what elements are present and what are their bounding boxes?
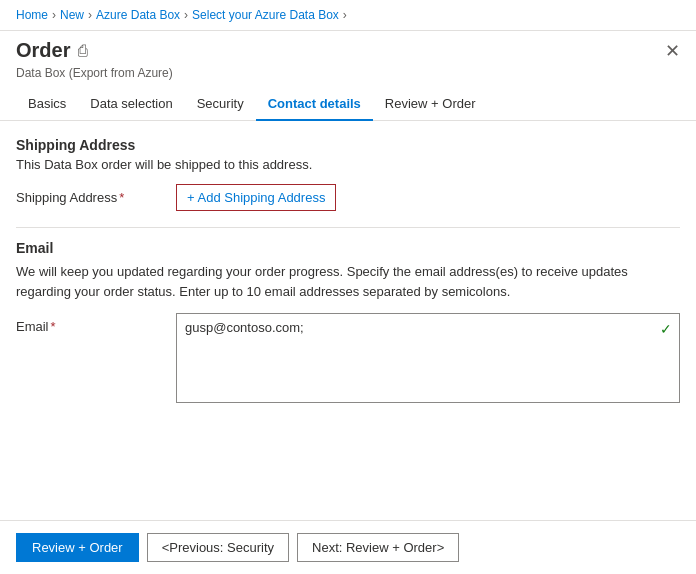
- footer: Review + Order <Previous: Security Next:…: [0, 520, 696, 574]
- email-heading: Email: [16, 240, 680, 256]
- header: Order ⎙ ✕: [0, 31, 696, 66]
- email-required-indicator: *: [51, 319, 56, 334]
- required-indicator: *: [119, 190, 124, 205]
- close-button[interactable]: ✕: [665, 40, 680, 62]
- tab-contact-details[interactable]: Contact details: [256, 88, 373, 121]
- tab-security[interactable]: Security: [185, 88, 256, 121]
- shipping-address-label: Shipping Address*: [16, 184, 176, 205]
- print-icon[interactable]: ⎙: [78, 42, 88, 60]
- tab-basics[interactable]: Basics: [16, 88, 78, 121]
- review-order-button[interactable]: Review + Order: [16, 533, 139, 562]
- page-subtitle: Data Box (Export from Azure): [0, 66, 696, 88]
- tab-data-selection[interactable]: Data selection: [78, 88, 184, 121]
- shipping-address-row: Shipping Address* + Add Shipping Address: [16, 184, 680, 211]
- shipping-address-control: + Add Shipping Address: [176, 184, 680, 211]
- shipping-heading: Shipping Address: [16, 137, 680, 153]
- section-divider: [16, 227, 680, 228]
- add-shipping-address-button[interactable]: + Add Shipping Address: [176, 184, 336, 211]
- email-control: ✓: [176, 313, 680, 406]
- tab-review-order[interactable]: Review + Order: [373, 88, 488, 121]
- breadcrumb-azure-data-box[interactable]: Azure Data Box: [96, 8, 180, 22]
- email-label: Email*: [16, 313, 176, 334]
- next-button[interactable]: Next: Review + Order>: [297, 533, 459, 562]
- breadcrumb-new[interactable]: New: [60, 8, 84, 22]
- page-title: Order: [16, 39, 70, 62]
- email-valid-icon: ✓: [660, 321, 672, 337]
- tabs-bar: Basics Data selection Security Contact d…: [0, 88, 696, 121]
- previous-button[interactable]: <Previous: Security: [147, 533, 289, 562]
- email-input-wrapper: ✓: [176, 313, 680, 406]
- breadcrumb: Home › New › Azure Data Box › Select you…: [0, 0, 696, 31]
- email-description: We will keep you updated regarding your …: [16, 262, 680, 301]
- email-row: Email* ✓: [16, 313, 680, 406]
- shipping-description: This Data Box order will be shipped to t…: [16, 157, 680, 172]
- main-content: Shipping Address This Data Box order wil…: [0, 121, 696, 438]
- breadcrumb-select-data-box[interactable]: Select your Azure Data Box: [192, 8, 339, 22]
- breadcrumb-home[interactable]: Home: [16, 8, 48, 22]
- email-input[interactable]: [176, 313, 680, 403]
